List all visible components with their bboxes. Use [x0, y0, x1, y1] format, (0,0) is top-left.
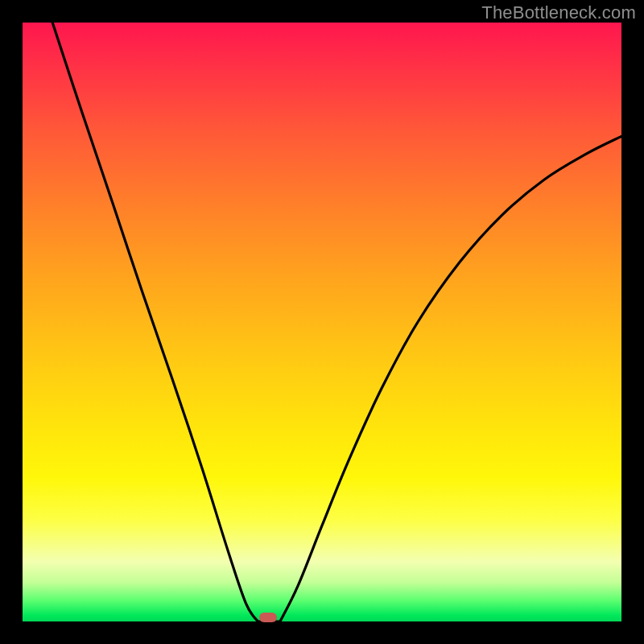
curve-left-branch [52, 23, 258, 621]
plot-area [23, 23, 621, 621]
bottleneck-curve [23, 23, 621, 621]
watermark-text: TheBottleneck.com [481, 2, 636, 23]
curve-right-branch [280, 136, 621, 621]
chart-frame: TheBottleneck.com [0, 0, 644, 644]
optimum-marker [259, 613, 277, 622]
